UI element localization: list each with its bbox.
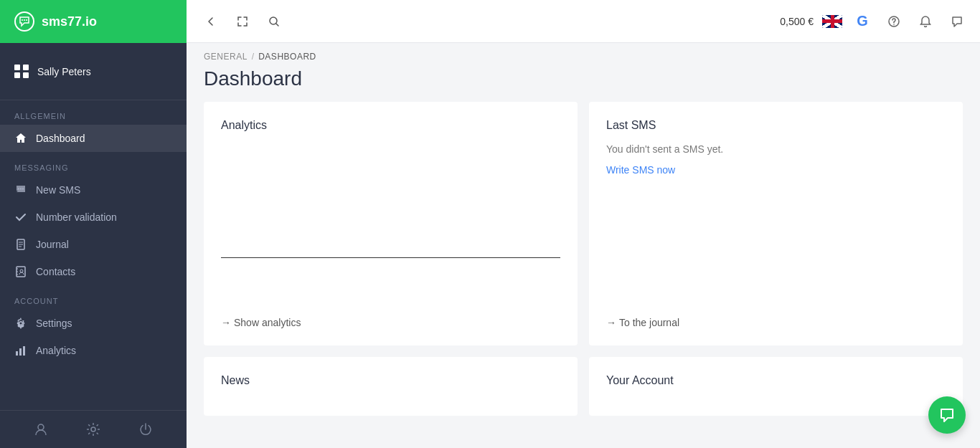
help-icon[interactable] — [882, 10, 905, 33]
sidebar-user: Sally Peters — [0, 43, 187, 100]
sidebar-bottom — [0, 410, 187, 448]
logo-icon — [14, 11, 34, 32]
page-title-bar: Dashboard — [187, 62, 980, 102]
dashboard-grid: Analytics → Show analytics Last SMS You … — [187, 102, 980, 357]
sidebar-item-journal[interactable]: Journal — [0, 231, 187, 258]
write-sms-link[interactable]: Write SMS now — [606, 164, 675, 176]
chat-float-button[interactable] — [928, 396, 966, 434]
no-sms-message: You didn't sent a SMS yet. — [606, 143, 946, 155]
chat-icon[interactable] — [946, 10, 969, 33]
grid-icon — [14, 65, 29, 78]
topbar-left — [198, 9, 774, 34]
section-label-allgemein: ALLGEMEIN — [0, 100, 187, 125]
sidebar-item-settings[interactable]: Settings — [0, 310, 187, 337]
back-button[interactable] — [198, 9, 224, 34]
account-card-title: Your Account — [606, 374, 946, 387]
content-area: GENERAL / DASHBOARD Dashboard Analytics … — [187, 43, 980, 448]
svg-rect-15 — [16, 351, 18, 356]
message-icon — [14, 184, 27, 196]
sidebar-item-contacts[interactable]: Contacts — [0, 258, 187, 285]
svg-point-0 — [24, 19, 25, 21]
section-label-account: ACCOUNT — [0, 285, 187, 310]
main-content: 0,500 € G — [187, 0, 980, 448]
fullscreen-button[interactable] — [230, 9, 255, 34]
topbar: 0,500 € G — [187, 0, 980, 43]
book-icon — [14, 238, 27, 251]
svg-point-1 — [22, 19, 23, 21]
breadcrumb: GENERAL / DASHBOARD — [187, 43, 980, 62]
breadcrumb-current: DASHBOARD — [258, 52, 316, 62]
power-icon[interactable] — [138, 422, 153, 437]
svg-point-5 — [22, 189, 24, 190]
analytics-chart — [221, 143, 560, 287]
sidebar-item-dashboard-label: Dashboard — [36, 133, 85, 144]
to-journal-text: To the journal — [619, 317, 679, 328]
last-sms-card: Last SMS You didn't sent a SMS yet. Writ… — [589, 102, 963, 345]
sidebar: sms77.io Sally Peters ALLGEMEIN Dashboar… — [0, 0, 187, 448]
svg-rect-17 — [23, 346, 25, 356]
section-label-messaging: MESSAGING — [0, 152, 187, 176]
search-button[interactable] — [261, 9, 287, 34]
analytics-card-title: Analytics — [221, 119, 560, 132]
profile-icon[interactable] — [34, 422, 48, 437]
analytics-card: Analytics → Show analytics — [204, 102, 578, 345]
notification-icon[interactable] — [914, 10, 937, 33]
sidebar-item-number-validation-label: Number validation — [36, 211, 117, 223]
svg-point-19 — [91, 427, 95, 432]
contacts-icon — [14, 265, 27, 278]
svg-point-4 — [18, 189, 19, 190]
sidebar-item-number-validation[interactable]: Number validation — [0, 204, 187, 231]
sidebar-item-contacts-label: Contacts — [36, 266, 75, 277]
arrow-right-icon: → — [221, 317, 231, 328]
svg-point-18 — [38, 424, 44, 430]
news-card: News — [204, 357, 578, 416]
app-logo[interactable]: sms77.io — [0, 0, 187, 43]
home-icon — [14, 132, 27, 145]
svg-point-22 — [893, 24, 895, 25]
chart-baseline — [221, 257, 560, 258]
sidebar-item-new-sms[interactable]: New SMS — [0, 176, 187, 204]
news-card-title: News — [221, 374, 560, 387]
account-card: Your Account — [589, 357, 963, 416]
sidebar-item-dashboard[interactable]: Dashboard — [0, 125, 187, 152]
to-journal-link[interactable]: → To the journal — [606, 317, 679, 328]
topbar-right: 0,500 € G — [780, 10, 969, 33]
checkmark-icon — [14, 211, 27, 224]
svg-rect-16 — [19, 348, 22, 356]
sidebar-item-analytics-label: Analytics — [36, 345, 76, 356]
show-analytics-link[interactable]: → Show analytics — [221, 317, 301, 328]
bottom-grid: News Your Account — [187, 357, 980, 427]
language-flag[interactable] — [822, 15, 842, 28]
page-title: Dashboard — [204, 67, 963, 90]
breadcrumb-parent: GENERAL — [204, 52, 248, 62]
svg-point-2 — [26, 19, 27, 21]
show-analytics-text: Show analytics — [234, 317, 301, 328]
sidebar-item-journal-label: Journal — [36, 239, 69, 250]
balance: 0,500 € — [780, 16, 814, 27]
sidebar-item-analytics[interactable]: Analytics — [0, 337, 187, 364]
arrow-right-icon-2: → — [606, 317, 616, 328]
last-sms-card-title: Last SMS — [606, 119, 946, 132]
app-title: sms77.io — [42, 14, 97, 29]
svg-point-14 — [20, 270, 23, 272]
sidebar-item-settings-label: Settings — [36, 318, 72, 329]
settings-bottom-icon[interactable] — [86, 422, 100, 437]
google-icon[interactable]: G — [851, 10, 874, 33]
svg-point-3 — [20, 189, 22, 190]
user-name: Sally Peters — [37, 66, 91, 77]
breadcrumb-separator: / — [252, 52, 254, 62]
sidebar-item-new-sms-label: New SMS — [36, 184, 80, 196]
analytics-icon — [14, 344, 27, 357]
gear-icon — [14, 317, 27, 330]
